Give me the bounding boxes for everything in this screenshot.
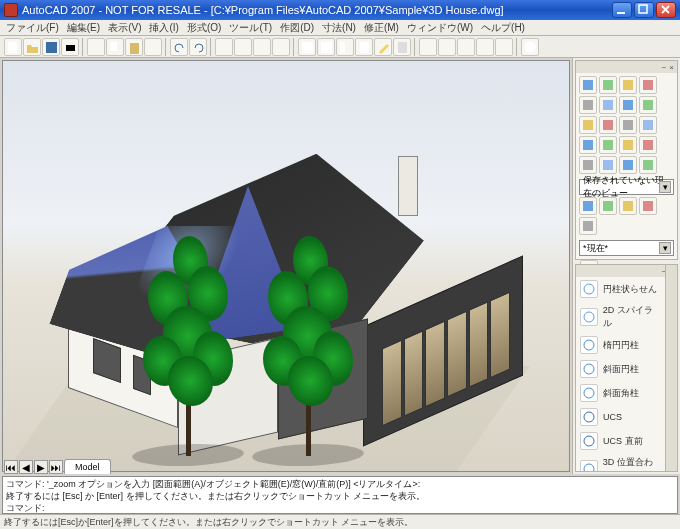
svg-point-65 bbox=[584, 364, 594, 374]
svg-rect-42 bbox=[603, 120, 613, 130]
dashboard-button[interactable] bbox=[619, 96, 637, 114]
tab-prev-icon[interactable]: ◀ bbox=[19, 460, 33, 474]
dashboard-button[interactable] bbox=[579, 156, 597, 174]
dashboard-button[interactable] bbox=[599, 136, 617, 154]
tab-next-icon[interactable]: ▶ bbox=[34, 460, 48, 474]
ze-button[interactable] bbox=[495, 38, 513, 56]
dashboard-button[interactable] bbox=[579, 217, 597, 235]
dashboard-button[interactable] bbox=[579, 116, 597, 134]
tpalette-button[interactable] bbox=[336, 38, 354, 56]
menu-item[interactable]: 修正(M) bbox=[364, 21, 399, 35]
zwin-button[interactable] bbox=[476, 38, 494, 56]
status-text: 終了するには[Esc]か[Enter]を押してください。または右クリックでショー… bbox=[4, 516, 413, 529]
tab-last-icon[interactable]: ⏭ bbox=[49, 460, 63, 474]
svg-rect-2 bbox=[8, 42, 17, 53]
menu-item[interactable]: 作図(D) bbox=[280, 21, 314, 35]
tool-palette-item[interactable]: 斜面角柱 bbox=[576, 381, 665, 405]
svg-rect-55 bbox=[623, 201, 633, 211]
palette-tabs[interactable] bbox=[665, 265, 677, 471]
dashboard-button[interactable] bbox=[619, 156, 637, 174]
svg-rect-50 bbox=[603, 160, 613, 170]
dashboard-button[interactable] bbox=[639, 136, 657, 154]
tool-palette-item[interactable]: 2D スパイラル bbox=[576, 301, 665, 333]
dashboard-button[interactable] bbox=[579, 96, 597, 114]
pan2-button[interactable] bbox=[419, 38, 437, 56]
svg-point-69 bbox=[584, 464, 594, 472]
menu-item[interactable]: 編集(E) bbox=[67, 21, 100, 35]
dashboard-button[interactable] bbox=[619, 76, 637, 94]
undo-button[interactable] bbox=[170, 38, 188, 56]
dashboard-button[interactable] bbox=[599, 96, 617, 114]
dashboard-button[interactable] bbox=[619, 116, 637, 134]
layout-tab-model[interactable]: Model bbox=[64, 459, 111, 474]
command-window[interactable]: コマンド: '_zoom オプションを入力 [図面範囲(A)/オブジェクト範囲(… bbox=[2, 476, 678, 514]
copy-button[interactable] bbox=[106, 38, 124, 56]
chevron-down-icon[interactable]: ▾ bbox=[659, 242, 671, 254]
zoomw-button[interactable] bbox=[253, 38, 271, 56]
menu-item[interactable]: 挿入(I) bbox=[149, 21, 178, 35]
tab-first-icon[interactable]: ⏮ bbox=[4, 460, 18, 474]
dcenter-button[interactable] bbox=[317, 38, 335, 56]
menu-item[interactable]: ヘルプ(H) bbox=[481, 21, 525, 35]
pan-button[interactable] bbox=[215, 38, 233, 56]
calc-button[interactable] bbox=[393, 38, 411, 56]
save-button[interactable] bbox=[42, 38, 60, 56]
tool-palette-item[interactable]: 3D 位置合わせ bbox=[576, 453, 665, 472]
prop-button[interactable] bbox=[298, 38, 316, 56]
tool-palette-item[interactable]: UCS bbox=[576, 405, 665, 429]
visual-style-dropdown[interactable]: *現在* ▾ bbox=[579, 240, 674, 256]
tool-palette-item[interactable]: UCS 直前 bbox=[576, 429, 665, 453]
status-bar: 終了するには[Esc]か[Enter]を押してください。または右クリックでショー… bbox=[0, 514, 680, 529]
chevron-down-icon[interactable]: ▾ bbox=[659, 181, 671, 193]
svg-rect-33 bbox=[583, 80, 593, 90]
dashboard-button[interactable] bbox=[599, 76, 617, 94]
svg-rect-39 bbox=[623, 100, 633, 110]
dashboard-button[interactable] bbox=[639, 76, 657, 94]
zprev-button[interactable] bbox=[457, 38, 475, 56]
menu-item[interactable]: ファイル(F) bbox=[6, 21, 59, 35]
match-button[interactable] bbox=[144, 38, 162, 56]
menu-item[interactable]: ウィンドウ(W) bbox=[407, 21, 473, 35]
zoomp-button[interactable] bbox=[272, 38, 290, 56]
tool-icon bbox=[580, 360, 598, 378]
zoomr-button[interactable] bbox=[234, 38, 252, 56]
tool-palette-item[interactable]: 楕円円柱 bbox=[576, 333, 665, 357]
palette-min-icon[interactable]: − bbox=[662, 63, 667, 72]
menu-item[interactable]: ツール(T) bbox=[229, 21, 272, 35]
svg-rect-30 bbox=[499, 44, 510, 51]
tool-palette-item[interactable]: 斜面円柱 bbox=[576, 357, 665, 381]
drawing-viewport[interactable] bbox=[2, 60, 570, 472]
help-button[interactable]: ? bbox=[521, 38, 539, 56]
dashboard-button[interactable] bbox=[579, 76, 597, 94]
sheet-button[interactable] bbox=[355, 38, 373, 56]
redo-button[interactable] bbox=[189, 38, 207, 56]
markup-button[interactable] bbox=[374, 38, 392, 56]
tool-icon bbox=[580, 460, 598, 472]
menu-item[interactable]: 表示(V) bbox=[108, 21, 141, 35]
open-button[interactable] bbox=[23, 38, 41, 56]
tool-palette-item[interactable]: 円柱状らせん bbox=[576, 277, 665, 301]
svg-rect-15 bbox=[257, 42, 265, 50]
zrt-button[interactable] bbox=[438, 38, 456, 56]
saved-view-dropdown[interactable]: 保存されていない現在のビュー ▾ bbox=[579, 179, 674, 195]
menu-item[interactable]: 形式(O) bbox=[187, 21, 221, 35]
svg-point-14 bbox=[238, 42, 246, 50]
tree-icon bbox=[143, 236, 233, 456]
dashboard-button[interactable] bbox=[599, 156, 617, 174]
dashboard-button[interactable] bbox=[639, 156, 657, 174]
minimize-button[interactable] bbox=[612, 2, 632, 18]
paste-button[interactable] bbox=[125, 38, 143, 56]
dashboard-button[interactable] bbox=[579, 136, 597, 154]
print-button[interactable] bbox=[61, 38, 79, 56]
close-button[interactable] bbox=[656, 2, 676, 18]
new-button[interactable] bbox=[4, 38, 22, 56]
dashboard-button[interactable] bbox=[639, 116, 657, 134]
dashboard-button[interactable] bbox=[599, 116, 617, 134]
palette-close-icon[interactable]: × bbox=[669, 63, 674, 72]
dashboard-button[interactable] bbox=[639, 96, 657, 114]
dashboard-button[interactable] bbox=[619, 136, 637, 154]
svg-point-26 bbox=[442, 42, 450, 50]
menu-item[interactable]: 寸法(N) bbox=[322, 21, 356, 35]
cut-button[interactable] bbox=[87, 38, 105, 56]
maximize-button[interactable] bbox=[634, 2, 654, 18]
